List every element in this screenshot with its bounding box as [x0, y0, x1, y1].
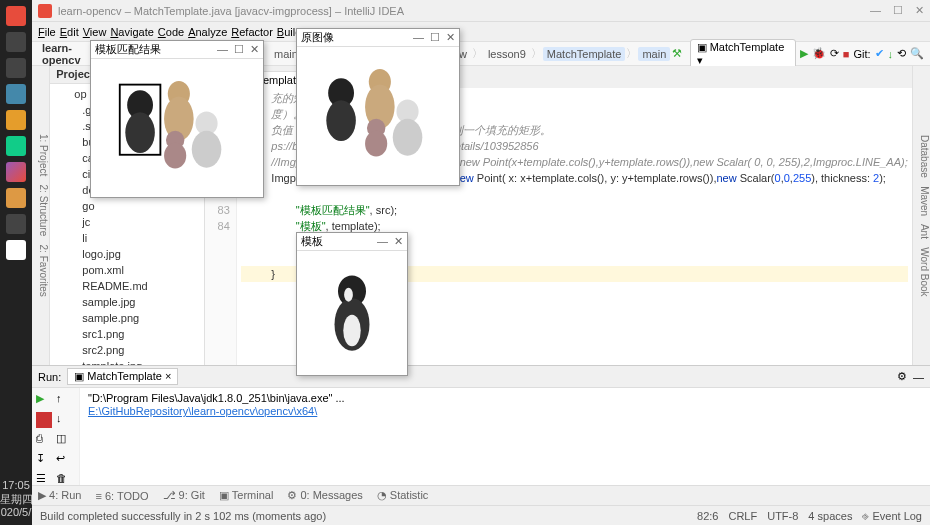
- taskbar-app-icon[interactable]: [6, 136, 26, 156]
- tree-item[interactable]: li: [54, 230, 204, 246]
- tree-item[interactable]: sample.png: [54, 310, 204, 326]
- close-icon[interactable]: ✕: [394, 235, 403, 248]
- bottom-tab[interactable]: ⚙ 0: Messages: [287, 489, 362, 502]
- svg-point-9: [326, 100, 356, 141]
- breadcrumb[interactable]: lesson9: [484, 47, 530, 61]
- menu-view[interactable]: View: [83, 26, 107, 38]
- taskbar-app-icon[interactable]: [6, 188, 26, 208]
- run-config-selector[interactable]: ▣ MatchTemplate ▾: [690, 39, 796, 69]
- run-tab[interactable]: ▣ MatchTemplate ×: [67, 368, 178, 385]
- encoding[interactable]: UTF-8: [767, 510, 798, 522]
- right-toolstrip[interactable]: Database Maven Ant Word Book: [912, 66, 930, 365]
- stop-icon[interactable]: [36, 412, 52, 428]
- run-output[interactable]: "D:\Program Files\Java\jdk1.8.0_251\bin\…: [80, 388, 930, 492]
- git-commit-icon[interactable]: ↓: [888, 48, 894, 60]
- tree-item[interactable]: sample.jpg: [54, 294, 204, 310]
- taskbar-app-icon[interactable]: [6, 214, 26, 234]
- debug-button[interactable]: 🐞: [812, 47, 826, 60]
- close-icon[interactable]: ✕: [250, 43, 259, 56]
- event-log[interactable]: Event Log: [872, 510, 922, 522]
- caret-pos: 82:6: [697, 510, 718, 522]
- bottom-tab[interactable]: ≡ 6: TODO: [95, 490, 148, 502]
- statusbar: Build completed successfully in 2 s 102 …: [32, 505, 930, 525]
- taskbar-app-icon[interactable]: [6, 32, 26, 52]
- maximize-button[interactable]: ☐: [893, 4, 903, 17]
- run-label: Run:: [38, 371, 61, 383]
- run-toolwindow: Run: ▣ MatchTemplate × ⚙ — ▶ ↑ ↓ ⎙ ◫ ↧ ↩…: [32, 365, 930, 485]
- app-icon: [38, 4, 52, 18]
- minimize-icon[interactable]: —: [217, 43, 228, 56]
- menu-file[interactable]: File: [38, 26, 56, 38]
- coverage-button[interactable]: ⟳: [830, 47, 839, 60]
- git-label: Git:: [853, 48, 870, 60]
- layout-icon[interactable]: ◫: [56, 432, 72, 448]
- tree-item[interactable]: src2.png: [54, 342, 204, 358]
- tree-item[interactable]: src1.png: [54, 326, 204, 342]
- tree-item[interactable]: logo.jpg: [54, 246, 204, 262]
- popup-title: 模板: [301, 234, 323, 249]
- bottom-tab[interactable]: ▶ 4: Run: [38, 489, 81, 502]
- taskbar-app-icon[interactable]: [6, 162, 26, 182]
- wrap-icon[interactable]: ↩: [56, 452, 72, 468]
- popup-template[interactable]: 模板—✕: [296, 232, 408, 376]
- taskbar-app-icon[interactable]: [6, 240, 26, 260]
- git-history-icon[interactable]: ⟲: [897, 47, 906, 60]
- popup-match-result[interactable]: 模板匹配结果—☐✕: [90, 40, 264, 198]
- menu-edit[interactable]: Edit: [60, 26, 79, 38]
- bottom-toolbar: ▶ 4: Run≡ 6: TODO⎇ 9: Git▣ Terminal⚙ 0: …: [32, 485, 930, 505]
- image-canvas: [297, 47, 459, 185]
- taskbar-app-icon[interactable]: [6, 58, 26, 78]
- search-icon[interactable]: 🔍: [910, 47, 924, 60]
- taskbar-app-icon[interactable]: [6, 84, 26, 104]
- maximize-icon[interactable]: ☐: [234, 43, 244, 56]
- left-toolstrip[interactable]: 1: Project 2: Structure 2: Favorites: [32, 66, 50, 365]
- menu-code[interactable]: Code: [158, 26, 184, 38]
- minimize-button[interactable]: —: [870, 4, 881, 17]
- svg-point-7: [192, 131, 222, 168]
- close-button[interactable]: ✕: [915, 4, 924, 17]
- hammer-icon[interactable]: ⚒: [672, 47, 685, 61]
- popup-title: 原图像: [301, 30, 334, 45]
- bottom-tab[interactable]: ⎇ 9: Git: [163, 489, 205, 502]
- tree-item[interactable]: pom.xml: [54, 262, 204, 278]
- tree-item[interactable]: jc: [54, 214, 204, 230]
- dump-icon[interactable]: ⎙: [36, 432, 52, 448]
- close-icon[interactable]: ✕: [446, 31, 455, 44]
- code-line: "模板匹配结果", src);: [241, 202, 908, 218]
- breadcrumb[interactable]: main: [638, 47, 670, 61]
- bottom-tab[interactable]: ◔ Statistic: [377, 489, 429, 502]
- menu-analyze[interactable]: Analyze: [188, 26, 227, 38]
- image-canvas: [91, 59, 263, 197]
- tree-item[interactable]: template.jpg: [54, 358, 204, 365]
- maximize-icon[interactable]: ☐: [430, 31, 440, 44]
- taskbar-app-icon[interactable]: [6, 6, 26, 26]
- tree-item[interactable]: README.md: [54, 278, 204, 294]
- menu-refactor[interactable]: Refactor: [231, 26, 273, 38]
- output-link[interactable]: E:\GitHubRepository\learn-opencv\opencv\…: [88, 405, 317, 417]
- breadcrumb[interactable]: MatchTemplate: [543, 47, 626, 61]
- menu-navigate[interactable]: Navigate: [110, 26, 153, 38]
- minimize-icon[interactable]: —: [377, 235, 388, 248]
- scroll-icon[interactable]: ↧: [36, 452, 52, 468]
- popup-title: 模板匹配结果: [95, 42, 161, 57]
- svg-point-1: [125, 112, 155, 153]
- stop-button[interactable]: ■: [843, 48, 850, 60]
- popup-source-image[interactable]: 原图像—☐✕: [296, 28, 460, 186]
- up-icon[interactable]: ↑: [56, 392, 72, 408]
- tree-item[interactable]: go: [54, 198, 204, 214]
- down-icon[interactable]: ↓: [56, 412, 72, 428]
- hide-button[interactable]: —: [913, 371, 924, 383]
- rerun-icon[interactable]: ▶: [36, 392, 52, 408]
- minimize-icon[interactable]: —: [413, 31, 424, 44]
- svg-point-19: [343, 315, 361, 347]
- dogs-image: [102, 68, 252, 188]
- taskbar-app-icon[interactable]: [6, 110, 26, 130]
- bottom-tab[interactable]: ▣ Terminal: [219, 489, 273, 502]
- line-sep[interactable]: CRLF: [728, 510, 757, 522]
- indent[interactable]: 4 spaces: [808, 510, 852, 522]
- run-button[interactable]: ▶: [800, 47, 808, 60]
- git-update-icon[interactable]: ✔: [875, 47, 884, 60]
- image-canvas: [297, 251, 407, 375]
- code-line: [241, 186, 908, 202]
- gear-icon[interactable]: ⚙: [897, 370, 907, 383]
